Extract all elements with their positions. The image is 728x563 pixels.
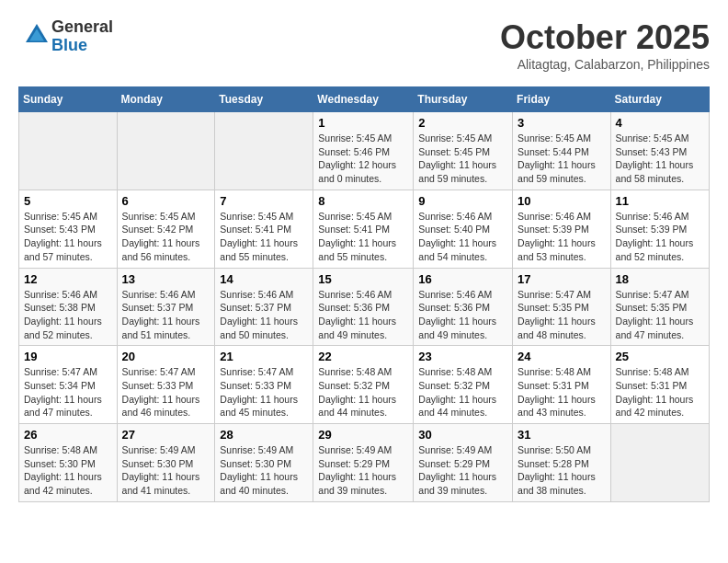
col-friday: Friday <box>513 87 611 112</box>
table-row: 14Sunrise: 5:46 AM Sunset: 5:37 PM Dayli… <box>215 268 313 346</box>
table-row: 28Sunrise: 5:49 AM Sunset: 5:30 PM Dayli… <box>215 424 313 502</box>
day-info: Sunrise: 5:46 AM Sunset: 5:37 PM Dayligh… <box>122 288 210 342</box>
day-number: 19 <box>24 350 112 363</box>
day-number: 20 <box>122 350 210 363</box>
day-info: Sunrise: 5:45 AM Sunset: 5:41 PM Dayligh… <box>318 210 408 264</box>
day-number: 22 <box>318 350 408 363</box>
page-header: General Blue October 2025 Alitagtag, Cal… <box>18 18 710 72</box>
day-number: 6 <box>122 194 210 208</box>
table-row: 3Sunrise: 5:45 AM Sunset: 5:44 PM Daylig… <box>513 112 611 190</box>
day-info: Sunrise: 5:45 AM Sunset: 5:45 PM Dayligh… <box>418 132 507 186</box>
day-info: Sunrise: 5:49 AM Sunset: 5:30 PM Dayligh… <box>122 443 210 498</box>
day-info: Sunrise: 5:48 AM Sunset: 5:31 PM Dayligh… <box>616 365 704 419</box>
calendar-week-row: 26Sunrise: 5:48 AM Sunset: 5:30 PM Dayli… <box>19 424 710 502</box>
day-info: Sunrise: 5:48 AM Sunset: 5:32 PM Dayligh… <box>418 365 507 419</box>
table-row: 17Sunrise: 5:47 AM Sunset: 5:35 PM Dayli… <box>513 268 611 346</box>
table-row <box>19 112 118 190</box>
day-info: Sunrise: 5:47 AM Sunset: 5:34 PM Dayligh… <box>24 365 112 419</box>
table-row <box>117 112 215 190</box>
title-block: October 2025 Alitagtag, Calabarzon, Phil… <box>500 18 710 72</box>
day-number: 16 <box>418 272 507 286</box>
calendar: Sunday Monday Tuesday Wednesday Thursday… <box>18 86 710 502</box>
day-info: Sunrise: 5:47 AM Sunset: 5:35 PM Dayligh… <box>616 288 704 342</box>
day-info: Sunrise: 5:47 AM Sunset: 5:35 PM Dayligh… <box>518 288 606 342</box>
table-row: 16Sunrise: 5:46 AM Sunset: 5:36 PM Dayli… <box>414 268 513 346</box>
table-row: 23Sunrise: 5:48 AM Sunset: 5:32 PM Dayli… <box>414 346 513 424</box>
day-info: Sunrise: 5:47 AM Sunset: 5:33 PM Dayligh… <box>220 365 308 419</box>
calendar-week-row: 12Sunrise: 5:46 AM Sunset: 5:38 PM Dayli… <box>19 268 710 346</box>
table-row: 15Sunrise: 5:46 AM Sunset: 5:36 PM Dayli… <box>313 268 414 346</box>
table-row: 13Sunrise: 5:46 AM Sunset: 5:37 PM Dayli… <box>117 268 215 346</box>
day-number: 13 <box>122 272 210 286</box>
day-number: 21 <box>220 350 308 363</box>
table-row: 6Sunrise: 5:45 AM Sunset: 5:42 PM Daylig… <box>117 190 215 268</box>
calendar-header-row: Sunday Monday Tuesday Wednesday Thursday… <box>19 87 710 112</box>
table-row: 2Sunrise: 5:45 AM Sunset: 5:45 PM Daylig… <box>414 112 513 190</box>
table-row: 26Sunrise: 5:48 AM Sunset: 5:30 PM Dayli… <box>19 424 118 502</box>
calendar-week-row: 1Sunrise: 5:45 AM Sunset: 5:46 PM Daylig… <box>19 112 710 190</box>
table-row: 9Sunrise: 5:46 AM Sunset: 5:40 PM Daylig… <box>414 190 513 268</box>
col-saturday: Saturday <box>610 87 709 112</box>
table-row: 19Sunrise: 5:47 AM Sunset: 5:34 PM Dayli… <box>19 346 118 424</box>
table-row <box>215 112 313 190</box>
day-number: 17 <box>518 272 606 286</box>
day-number: 15 <box>318 272 408 286</box>
table-row: 24Sunrise: 5:48 AM Sunset: 5:31 PM Dayli… <box>513 346 611 424</box>
table-row: 11Sunrise: 5:46 AM Sunset: 5:39 PM Dayli… <box>610 190 709 268</box>
day-info: Sunrise: 5:49 AM Sunset: 5:29 PM Dayligh… <box>418 443 507 498</box>
day-number: 12 <box>24 272 112 286</box>
table-row: 1Sunrise: 5:45 AM Sunset: 5:46 PM Daylig… <box>313 112 414 190</box>
day-info: Sunrise: 5:46 AM Sunset: 5:36 PM Dayligh… <box>318 288 408 342</box>
day-info: Sunrise: 5:45 AM Sunset: 5:42 PM Dayligh… <box>122 210 210 264</box>
day-info: Sunrise: 5:45 AM Sunset: 5:43 PM Dayligh… <box>24 210 112 264</box>
table-row: 12Sunrise: 5:46 AM Sunset: 5:38 PM Dayli… <box>19 268 118 346</box>
day-number: 1 <box>318 116 408 130</box>
day-number: 26 <box>24 428 112 442</box>
table-row: 7Sunrise: 5:45 AM Sunset: 5:41 PM Daylig… <box>215 190 313 268</box>
table-row: 25Sunrise: 5:48 AM Sunset: 5:31 PM Dayli… <box>610 346 709 424</box>
table-row: 8Sunrise: 5:45 AM Sunset: 5:41 PM Daylig… <box>313 190 414 268</box>
day-info: Sunrise: 5:45 AM Sunset: 5:46 PM Dayligh… <box>318 132 408 186</box>
day-number: 4 <box>616 116 704 130</box>
day-info: Sunrise: 5:46 AM Sunset: 5:39 PM Dayligh… <box>518 210 606 264</box>
table-row: 31Sunrise: 5:50 AM Sunset: 5:28 PM Dayli… <box>513 424 611 502</box>
day-number: 7 <box>220 194 308 208</box>
day-info: Sunrise: 5:45 AM Sunset: 5:44 PM Dayligh… <box>518 132 606 186</box>
logo-general: General <box>51 18 113 37</box>
day-info: Sunrise: 5:46 AM Sunset: 5:37 PM Dayligh… <box>220 288 308 342</box>
logo: General Blue <box>18 18 113 55</box>
col-sunday: Sunday <box>19 87 118 112</box>
table-row: 22Sunrise: 5:48 AM Sunset: 5:32 PM Dayli… <box>313 346 414 424</box>
day-info: Sunrise: 5:49 AM Sunset: 5:29 PM Dayligh… <box>318 443 408 498</box>
day-info: Sunrise: 5:50 AM Sunset: 5:28 PM Dayligh… <box>518 443 606 498</box>
month-title: October 2025 <box>500 18 710 57</box>
day-info: Sunrise: 5:48 AM Sunset: 5:32 PM Dayligh… <box>318 365 408 419</box>
calendar-week-row: 19Sunrise: 5:47 AM Sunset: 5:34 PM Dayli… <box>19 346 710 424</box>
day-number: 8 <box>318 194 408 208</box>
day-number: 25 <box>616 350 704 363</box>
day-number: 23 <box>418 350 507 363</box>
day-info: Sunrise: 5:48 AM Sunset: 5:30 PM Dayligh… <box>24 443 112 498</box>
day-info: Sunrise: 5:45 AM Sunset: 5:43 PM Dayligh… <box>616 132 704 186</box>
day-number: 27 <box>122 428 210 442</box>
day-info: Sunrise: 5:45 AM Sunset: 5:41 PM Dayligh… <box>220 210 308 264</box>
day-info: Sunrise: 5:47 AM Sunset: 5:33 PM Dayligh… <box>122 365 210 419</box>
table-row: 20Sunrise: 5:47 AM Sunset: 5:33 PM Dayli… <box>117 346 215 424</box>
table-row: 5Sunrise: 5:45 AM Sunset: 5:43 PM Daylig… <box>19 190 118 268</box>
table-row: 30Sunrise: 5:49 AM Sunset: 5:29 PM Dayli… <box>414 424 513 502</box>
col-monday: Monday <box>117 87 215 112</box>
day-number: 14 <box>220 272 308 286</box>
day-number: 5 <box>24 194 112 208</box>
day-number: 30 <box>418 428 507 442</box>
day-number: 28 <box>220 428 308 442</box>
day-number: 31 <box>518 428 606 442</box>
day-info: Sunrise: 5:46 AM Sunset: 5:39 PM Dayligh… <box>616 210 704 264</box>
day-info: Sunrise: 5:46 AM Sunset: 5:36 PM Dayligh… <box>418 288 507 342</box>
location: Alitagtag, Calabarzon, Philippines <box>500 57 710 72</box>
table-row: 29Sunrise: 5:49 AM Sunset: 5:29 PM Dayli… <box>313 424 414 502</box>
day-info: Sunrise: 5:46 AM Sunset: 5:40 PM Dayligh… <box>418 210 507 264</box>
day-number: 10 <box>518 194 606 208</box>
day-number: 29 <box>318 428 408 442</box>
day-number: 18 <box>616 272 704 286</box>
table-row: 10Sunrise: 5:46 AM Sunset: 5:39 PM Dayli… <box>513 190 611 268</box>
